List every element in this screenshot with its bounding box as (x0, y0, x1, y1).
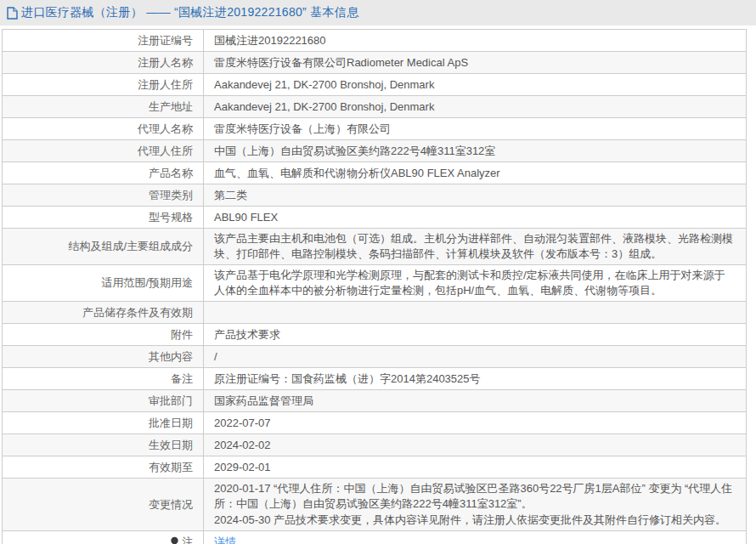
row-value: 该产品基于电化学原理和光学检测原理，与配套的测试卡和质控/定标液共同使用，在临床… (204, 265, 746, 301)
table-row: 注册证编号 国械注进20192221680 (3, 30, 746, 51)
document-icon (7, 7, 18, 20)
row-label: 产品名称 (3, 162, 204, 184)
row-value: 血气、血氧、电解质和代谢物分析仪ABL90 FLEX Analyzer (204, 162, 746, 184)
page-header: 进口医疗器械（注册） —— “国械注进20192221680” 基本信息 (0, 0, 756, 26)
row-label: 审批部门 (3, 390, 204, 411)
table-row: 注册人名称 雷度米特医疗设备有限公司Radiometer Medical ApS (3, 51, 746, 73)
table-row: 其他内容 / (3, 345, 746, 367)
row-label: 代理人住所 (3, 140, 204, 162)
row-label: 生产地址 (3, 96, 204, 117)
row-label: 管理类别 (3, 184, 204, 206)
row-label: 适用范围/预期用途 (3, 265, 204, 301)
row-value: 国械注进20192221680 (204, 30, 746, 51)
row-label: 注册人名称 (3, 52, 204, 73)
row-value: 2029-02-01 (204, 456, 746, 478)
row-value: 原注册证编号：国食药监械（进）字2014第2403525号 (204, 368, 746, 389)
row-value: 雷度米特医疗设备（上海）有限公司 (204, 118, 746, 139)
info-table: 注册证编号 国械注进20192221680 注册人名称 雷度米特医疗设备有限公司… (2, 29, 747, 544)
row-value: 该产品主要由主机和电池包（可选）组成。主机分为进样部件、自动混匀装置部件、液路模… (204, 229, 746, 264)
table-row: 附件 产品技术要求 (3, 323, 746, 345)
note-bulb-icon (170, 536, 179, 544)
table-row: 产品名称 血气、血氧、电解质和代谢物分析仪ABL90 FLEX Analyzer (3, 162, 746, 184)
table-row: 型号规格 ABL90 FLEX (3, 206, 746, 228)
table-row: 代理人住所 中国（上海）自由贸易试验区美约路222号4幢311室312室 (3, 139, 746, 162)
row-label: 型号规格 (3, 207, 204, 228)
row-value: 中国（上海）自由贸易试验区美约路222号4幢311室312室 (204, 140, 746, 162)
row-label: 批准日期 (3, 412, 204, 434)
table-row: 备注 原注册证编号：国食药监械（进）字2014第2403525号 (3, 367, 746, 389)
table-row: 批准日期 2022-07-07 (3, 411, 746, 434)
table-row: 生产地址 Aakandevej 21, DK-2700 Bronshoj, De… (3, 95, 746, 117)
table-row: 结构及组成/主要组成成分 该产品主要由主机和电池包（可选）组成。主机分为进样部件… (3, 228, 746, 264)
row-label: 生效日期 (3, 434, 204, 456)
row-value: 2022-07-07 (204, 412, 746, 434)
row-value: Aakandevej 21, DK-2700 Bronshoj, Denmark (204, 96, 746, 117)
row-label: 注册证编号 (3, 30, 204, 51)
table-row: 审批部门 国家药品监督管理局 (3, 389, 746, 411)
row-value: 详情 (204, 531, 746, 544)
row-value: 2024-02-02 (204, 434, 746, 456)
row-label: 代理人名称 (3, 118, 204, 139)
table-row-change-history: 变更情况 2020-01-17 “代理人住所：中国（上海）自由贸易试验区巴圣路3… (3, 478, 746, 530)
row-value: 国家药品监督管理局 (204, 390, 746, 411)
row-value (204, 302, 746, 323)
row-label: 注册人住所 (3, 74, 204, 95)
row-label: 注 (3, 531, 204, 544)
table-row: 代理人名称 雷度米特医疗设备（上海）有限公司 (3, 117, 746, 139)
table-row: 生效日期 2024-02-02 (3, 434, 746, 456)
row-value: 雷度米特医疗设备有限公司Radiometer Medical ApS (204, 52, 746, 73)
table-row: 管理类别 第二类 (3, 184, 746, 206)
change-entry: 2024-05-30 产品技术要求变更，具体内容详见附件，请注册人依据变更批件及… (214, 513, 734, 528)
table-row: 适用范围/预期用途 该产品基于电化学原理和光学检测原理，与配套的测试卡和质控/定… (3, 264, 746, 301)
row-value: ABL90 FLEX (204, 207, 746, 228)
details-link[interactable]: 详情 (214, 535, 236, 544)
row-label: 有效期至 (3, 456, 204, 478)
row-label: 其他内容 (3, 346, 204, 367)
row-value: / (204, 346, 746, 367)
row-label-text: 注 (182, 535, 193, 544)
row-label: 结构及组成/主要组成成分 (3, 229, 204, 264)
table-row: 有效期至 2029-02-01 (3, 456, 746, 478)
change-entry: 2020-01-17 “代理人住所：中国（上海）自由贸易试验区巴圣路360号22… (214, 481, 734, 512)
row-label: 变更情况 (3, 479, 204, 530)
row-label: 备注 (3, 368, 204, 389)
row-value: 2020-01-17 “代理人住所：中国（上海）自由贸易试验区巴圣路360号22… (204, 479, 746, 530)
page-title: 进口医疗器械（注册） —— “国械注进20192221680” 基本信息 (21, 5, 358, 20)
row-label: 附件 (3, 324, 204, 345)
row-value: Aakandevej 21, DK-2700 Bronshoj, Denmark (204, 74, 746, 95)
row-value: 产品技术要求 (204, 324, 746, 345)
row-value: 第二类 (204, 184, 746, 206)
table-row: 注册人住所 Aakandevej 21, DK-2700 Bronshoj, D… (3, 73, 746, 95)
table-row-note: 注 详情 (3, 530, 746, 544)
table-row: 产品储存条件及有效期 (3, 301, 746, 323)
row-label: 产品储存条件及有效期 (3, 302, 204, 323)
